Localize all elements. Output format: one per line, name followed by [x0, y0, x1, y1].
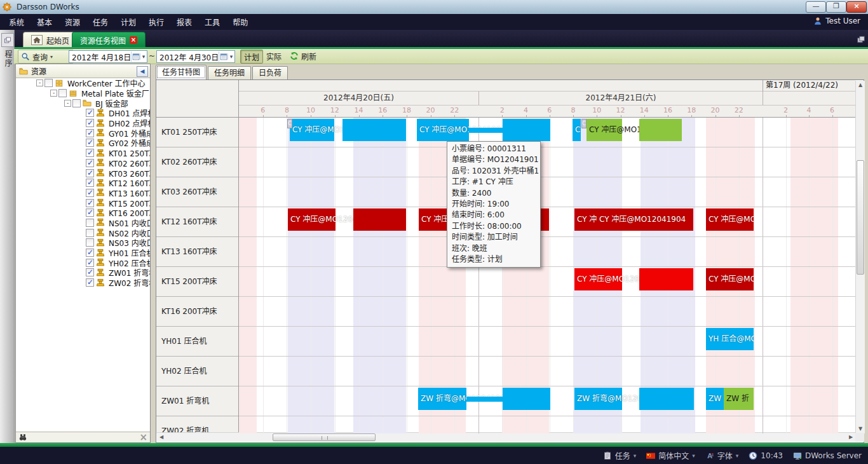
task-bar[interactable]	[503, 119, 550, 141]
collapse-panel-button[interactable]: ◀	[137, 66, 148, 77]
tree-node[interactable]: NS01 内收口机	[16, 218, 150, 228]
status-item-monitor[interactable]: DWorks Server	[793, 451, 862, 460]
tab-home-page[interactable]: 起始页	[23, 32, 78, 48]
task-bar[interactable]	[639, 268, 693, 290]
task-bar[interactable]: ZW 折弯@MO12041901	[418, 388, 466, 410]
tree-expander-icon[interactable]: -	[50, 90, 57, 97]
status-item-flag[interactable]: 简体中文▾	[646, 450, 695, 461]
tree-node[interactable]: KT16 200T冲床	[16, 208, 150, 218]
tree-checkbox[interactable]	[86, 129, 94, 137]
task-bar[interactable]: CY 冲压@MO12041904	[288, 208, 336, 231]
menu-item-报表[interactable]: 报表	[177, 17, 192, 27]
scroll-left-icon[interactable]: ◀	[157, 433, 166, 442]
gantt-tab-2[interactable]: 日负荷	[252, 66, 288, 79]
task-bar[interactable]: CY 冲压@MO1	[706, 268, 754, 290]
tree-checkbox[interactable]	[86, 208, 94, 217]
tree-checkbox[interactable]	[86, 199, 94, 207]
status-item-fontA[interactable]: 字体▾	[705, 450, 739, 461]
tree-checkbox[interactable]	[86, 189, 94, 197]
horizontal-scrollbar[interactable]: ◀ ▶	[157, 432, 855, 442]
scroll-down-icon[interactable]: ▼	[856, 425, 865, 433]
task-bar[interactable]: ZW 折	[724, 388, 754, 410]
tree-checkbox[interactable]	[72, 99, 81, 107]
task-bar[interactable]	[353, 208, 406, 231]
tree-expander-icon[interactable]: -	[36, 79, 43, 86]
tree-checkbox[interactable]	[44, 79, 53, 87]
program-panel-icon[interactable]	[1, 33, 14, 47]
horizontal-scroll-thumb[interactable]	[273, 433, 376, 441]
task-bar[interactable]: CY 冲	[574, 208, 597, 231]
tree-checkbox[interactable]	[58, 89, 67, 97]
actual-toggle-button[interactable]: 实际	[263, 50, 285, 62]
tree-node[interactable]: -WorkCenter 工作中心	[16, 78, 150, 88]
task-bar[interactable]: ZW	[706, 388, 724, 410]
task-bar[interactable]: YH 压合@MO1	[706, 328, 754, 350]
gantt-tab-1[interactable]: 任务明细	[208, 66, 251, 79]
panel-close-icon[interactable]: ×	[139, 432, 147, 443]
tree-node[interactable]: YH02 压合机	[16, 257, 150, 268]
tree-checkbox[interactable]	[86, 159, 94, 167]
scroll-up-icon[interactable]: ▲	[856, 81, 865, 90]
menu-item-工具[interactable]: 工具	[205, 17, 220, 27]
tree-node[interactable]: KT12 160T冲床	[16, 178, 150, 188]
tree-checkbox[interactable]	[86, 259, 94, 267]
refresh-button[interactable]: 刷新	[288, 50, 332, 62]
date-to-value[interactable]: 2012年 4月30日	[157, 51, 219, 62]
date-to-caret-icon[interactable]: ▾	[227, 53, 234, 60]
task-bar[interactable]: CY 冲压@MO12041904	[597, 208, 693, 231]
plan-toggle-button[interactable]: 计划	[240, 50, 263, 64]
tree-checkbox[interactable]	[86, 119, 94, 127]
task-bar[interactable]: CY 冲压@MO12041901	[417, 119, 469, 141]
tree-node[interactable]: ZW02 折弯机	[16, 278, 150, 288]
menu-item-基本[interactable]: 基本	[37, 17, 52, 27]
bar-drag-handle[interactable]: C	[287, 119, 292, 128]
tree-node[interactable]: -Metal Plate 钣金厂	[16, 88, 150, 99]
close-button[interactable]: ×	[846, 1, 867, 13]
task-bar[interactable]	[503, 388, 550, 410]
tree-node[interactable]: NS02 内收口机	[16, 228, 150, 238]
tree-expander-icon[interactable]: -	[64, 100, 71, 107]
tab-resource-task-view[interactable]: 资源任务视图 ×	[72, 32, 146, 48]
minimize-button[interactable]: —	[806, 1, 826, 13]
tree-checkbox[interactable]	[86, 219, 94, 227]
menu-item-系统[interactable]: 系统	[9, 17, 24, 27]
tree-node[interactable]: DH01 点焊机	[16, 108, 150, 118]
task-bar[interactable]: CY 冲压@MO12041903	[574, 268, 622, 290]
scroll-right-icon[interactable]: ▶	[846, 433, 855, 442]
task-bar[interactable]	[639, 119, 682, 141]
date-from-value[interactable]: 2012年 4月18日	[69, 51, 131, 62]
program-panel-label[interactable]: 程序	[3, 50, 13, 68]
tree-checkbox[interactable]	[86, 109, 94, 117]
find-icon[interactable]	[18, 433, 27, 442]
date-from-caret-icon[interactable]: ▾	[140, 53, 147, 60]
task-bar[interactable]: CY 冲压@MO1	[706, 208, 754, 231]
tree-checkbox[interactable]	[86, 139, 94, 147]
tree-node[interactable]: -BJ 钣金部	[16, 98, 150, 108]
menu-item-任务[interactable]: 任务	[93, 17, 108, 27]
gantt-body[interactable]: CCY 冲压@MO12041901CY 冲压@MO12041901CCCY 冲压…	[239, 118, 855, 433]
task-bar[interactable]: CY 冲压@MO12041902	[587, 119, 622, 141]
status-item-clock[interactable]: 10:43	[749, 451, 783, 460]
tree-node[interactable]: ZW01 折弯机	[16, 268, 150, 278]
tree-checkbox[interactable]	[86, 268, 94, 276]
tree-checkbox[interactable]	[86, 278, 94, 287]
tree-node[interactable]: NS03 内收口机	[16, 238, 150, 248]
date-from-field[interactable]: 2012年 4月18日 ▾	[69, 50, 147, 63]
menu-item-帮助[interactable]: 帮助	[233, 17, 248, 27]
gantt-tab-0[interactable]: 任务甘特图	[156, 65, 207, 79]
tree-checkbox[interactable]	[86, 249, 94, 257]
task-bar[interactable]: CY 冲压@MO12041901	[290, 119, 334, 141]
tree-node[interactable]: KT15 200T冲床	[16, 198, 150, 208]
user-box[interactable]: Test User	[813, 17, 860, 25]
vertical-scroll-thumb[interactable]	[857, 160, 864, 275]
collapsed-panel-strip[interactable]: 程序	[0, 30, 15, 443]
tree-node[interactable]: GY02 外桶成型机	[16, 138, 150, 148]
vertical-scrollbar[interactable]: ▲ ▼	[855, 81, 865, 433]
tree-checkbox[interactable]	[86, 238, 94, 247]
task-bar[interactable]	[342, 119, 406, 141]
date-to-field[interactable]: 2012年 4月30日 ▾	[156, 50, 235, 63]
task-bar[interactable]: ZW 折弯@MO12041901	[574, 388, 622, 410]
task-bar[interactable]: C	[573, 119, 581, 141]
tree-checkbox[interactable]	[86, 179, 94, 187]
tree-checkbox[interactable]	[86, 149, 94, 157]
